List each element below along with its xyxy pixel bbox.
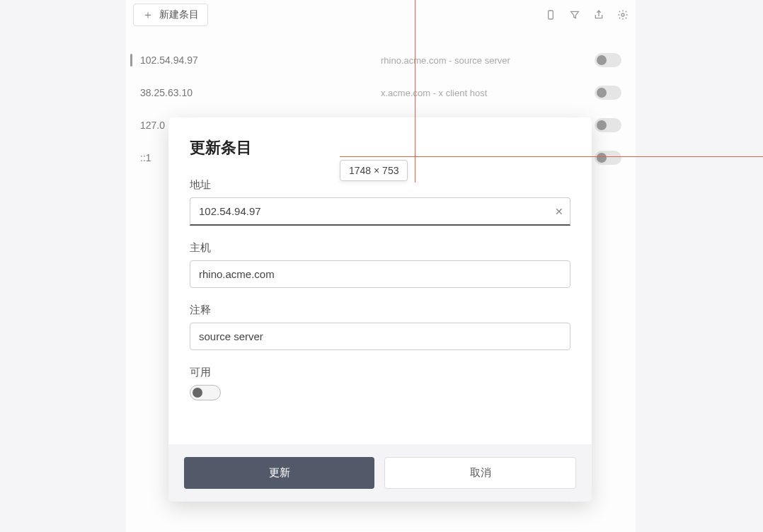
clear-icon[interactable]: ✕ <box>555 206 563 217</box>
address-field-group: 地址 ✕ <box>190 178 570 226</box>
entry-host: rhino.acme.com - source server <box>381 55 595 66</box>
enabled-toggle[interactable] <box>190 385 221 400</box>
host-label: 主机 <box>190 241 570 255</box>
update-button[interactable]: 更新 <box>184 457 374 489</box>
modal-footer: 更新 取消 <box>168 444 592 502</box>
guide-horizontal <box>340 156 763 157</box>
guide-vertical <box>415 0 415 183</box>
new-entry-label: 新建条目 <box>159 8 199 21</box>
entry-ip: 38.25.63.10 <box>140 87 381 98</box>
host-field-group: 主机 <box>190 241 570 288</box>
host-input[interactable] <box>190 260 570 288</box>
device-icon[interactable] <box>545 9 556 21</box>
address-input-wrapper: ✕ <box>190 197 570 226</box>
plus-icon: ＋ <box>142 9 154 21</box>
entry-ip: 102.54.94.97 <box>140 54 381 66</box>
entry-toggle[interactable] <box>595 118 621 132</box>
svg-rect-0 <box>549 11 553 19</box>
comment-field-group: 注释 <box>190 303 570 350</box>
toolbar-icons <box>545 9 629 21</box>
enabled-label: 可用 <box>190 366 570 379</box>
entry-toggle[interactable] <box>595 53 621 67</box>
comment-input[interactable] <box>190 323 570 350</box>
modal-title: 更新条目 <box>190 137 570 158</box>
toolbar: ＋ 新建条目 <box>126 0 636 30</box>
entry-row[interactable]: 102.54.94.97 rhino.acme.com - source ser… <box>126 44 636 76</box>
comment-label: 注释 <box>190 303 570 317</box>
export-icon[interactable] <box>593 9 604 21</box>
entry-toggle[interactable] <box>595 86 621 100</box>
address-input[interactable] <box>190 197 570 226</box>
entry-host: x.acme.com - x client host <box>381 88 595 98</box>
gear-icon[interactable] <box>617 9 629 21</box>
enabled-field-group: 可用 <box>190 366 570 400</box>
entry-toggle[interactable] <box>595 151 621 165</box>
dimension-badge: 1748 × 753 <box>340 160 408 181</box>
entry-row[interactable]: 38.25.63.10 x.acme.com - x client host <box>126 76 636 109</box>
filter-icon[interactable] <box>569 9 580 21</box>
cancel-button[interactable]: 取消 <box>384 457 576 489</box>
new-entry-button[interactable]: ＋ 新建条目 <box>133 4 208 26</box>
svg-point-1 <box>621 13 624 16</box>
